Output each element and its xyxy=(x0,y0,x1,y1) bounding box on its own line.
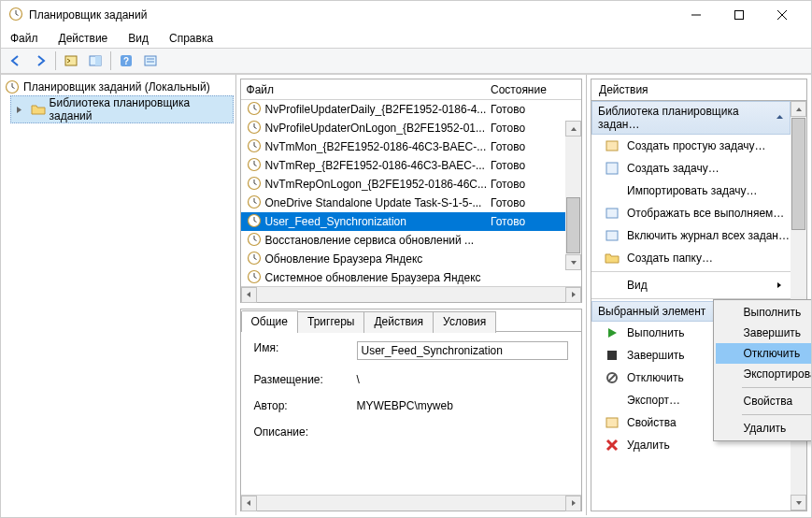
scroll-thumb[interactable] xyxy=(791,118,805,230)
context-run[interactable]: Выполнить xyxy=(716,302,812,323)
context-separator xyxy=(742,387,812,388)
task-row[interactable]: OneDrive Standalone Update Task-S-1-5-..… xyxy=(241,194,581,212)
context-properties[interactable]: Свойства xyxy=(716,391,812,411)
action-import-task[interactable]: Импортировать задачу… xyxy=(591,180,791,202)
actions-pane: Действия Библиотека планировщика задан… … xyxy=(587,75,811,515)
actions-group-library: Библиотека планировщика задан… xyxy=(591,101,791,135)
window-title: Планировщик заданий xyxy=(29,8,147,22)
task-state: Готово xyxy=(487,140,565,153)
task-row[interactable]: NvProfileUpdaterOnLogon_{B2FE1952-01...Г… xyxy=(241,119,581,137)
show-hide-action-button[interactable] xyxy=(84,50,107,72)
task-row[interactable]: Системное обновление Браузера Яндекс xyxy=(241,268,581,286)
scroll-left-icon[interactable] xyxy=(241,287,257,303)
context-disable[interactable]: Отключить xyxy=(716,343,812,364)
action-show-running[interactable]: Отображать все выполняем… xyxy=(591,202,791,224)
menu-view[interactable]: Вид xyxy=(124,30,152,47)
list-header: Файл Состояние xyxy=(241,79,581,100)
action-create-basic-task[interactable]: Создать простую задачу… xyxy=(591,135,791,157)
export-icon xyxy=(605,393,620,408)
maximize-button[interactable] xyxy=(718,1,761,29)
clock-icon xyxy=(247,194,262,212)
tab-triggers[interactable]: Триггеры xyxy=(297,311,365,333)
menu-help[interactable]: Справка xyxy=(165,30,217,47)
svg-rect-2 xyxy=(65,56,77,65)
properties-icon xyxy=(605,415,620,430)
menu-bar: Файл Действие Вид Справка xyxy=(1,29,811,48)
submenu-arrow-icon xyxy=(776,279,783,292)
tab-general[interactable]: Общие xyxy=(241,310,298,332)
scroll-down-icon[interactable] xyxy=(565,254,581,270)
scroll-down-icon[interactable] xyxy=(791,495,806,511)
svg-rect-28 xyxy=(606,418,618,427)
help-button[interactable]: ? xyxy=(115,50,137,72)
action-view-submenu[interactable]: Вид xyxy=(591,274,791,296)
tree-root[interactable]: Планировщик заданий (Локальный) xyxy=(3,79,234,95)
clock-icon xyxy=(247,213,262,231)
list-body: NvProfileUpdaterDaily_{B2FE1952-0186-4..… xyxy=(241,100,581,286)
properties-button[interactable] xyxy=(139,50,162,72)
collapse-icon[interactable] xyxy=(776,111,784,124)
task-row[interactable]: NvProfileUpdaterDaily_{B2FE1952-0186-4..… xyxy=(241,100,581,119)
close-button[interactable] xyxy=(761,1,804,29)
svg-rect-1 xyxy=(735,11,744,20)
task-row[interactable]: Обновление Браузера Яндекс xyxy=(241,250,581,268)
context-end[interactable]: Завершить xyxy=(716,323,812,343)
svg-rect-23 xyxy=(606,209,618,218)
delete-icon xyxy=(605,438,620,453)
back-button[interactable] xyxy=(5,50,27,72)
task-name: NvTmRep_{B2FE1952-0186-46C3-BAEC-... xyxy=(265,159,485,172)
details-tabs: Общие Триггеры Действия Условия xyxy=(241,309,581,332)
show-hide-console-button[interactable] xyxy=(60,50,82,72)
task-list: Файл Состояние NvProfileUpdaterDaily_{B2… xyxy=(240,79,582,303)
scroll-up-icon[interactable] xyxy=(565,121,581,137)
context-delete[interactable]: Удалить xyxy=(716,418,812,439)
scroll-thumb[interactable] xyxy=(566,197,580,253)
tab-actions[interactable]: Действия xyxy=(363,311,434,333)
stop-icon xyxy=(605,348,620,363)
play-icon xyxy=(605,325,620,340)
tree-library[interactable]: Библиотека планировщика заданий xyxy=(10,95,234,123)
scroll-left-icon[interactable] xyxy=(241,496,257,511)
task-name: NvProfileUpdaterDaily_{B2FE1952-0186-4..… xyxy=(265,103,487,116)
scroll-right-icon[interactable] xyxy=(565,496,581,511)
name-field[interactable]: User_Feed_Synchronization xyxy=(357,341,568,360)
task-state: Готово xyxy=(487,103,565,116)
action-enable-history[interactable]: Включить журнал всех задан… xyxy=(591,224,791,247)
name-label: Имя: xyxy=(254,341,357,360)
vertical-scrollbar[interactable] xyxy=(565,121,581,270)
action-new-folder[interactable]: Создать папку… xyxy=(591,247,791,269)
task-state: Готово xyxy=(487,122,565,135)
details-horizontal-scrollbar[interactable] xyxy=(241,495,581,511)
task-state: Готово xyxy=(487,196,565,209)
svg-rect-4 xyxy=(95,56,101,65)
main-area: Планировщик заданий (Локальный) Библиоте… xyxy=(1,74,811,515)
task-name: User_Feed_Synchronization xyxy=(265,215,406,228)
menu-file[interactable]: Файл xyxy=(7,30,42,47)
forward-button[interactable] xyxy=(29,50,51,72)
horizontal-scrollbar[interactable] xyxy=(241,286,581,302)
actions-group-selected-label: Выбранный элемент xyxy=(598,305,705,318)
task-row[interactable]: NvTmRepOnLogon_{B2FE1952-0186-46C...Гото… xyxy=(241,175,581,194)
menu-action[interactable]: Действие xyxy=(55,30,112,47)
toolbar: ? xyxy=(1,48,811,74)
minimize-button[interactable] xyxy=(675,1,718,29)
folder-icon xyxy=(31,102,46,117)
task-row[interactable]: NvTmMon_{B2FE1952-0186-46C3-BAEC-...Гото… xyxy=(241,137,581,156)
task-row[interactable]: Восстановление сервиса обновлений ... xyxy=(241,231,581,250)
action-create-task[interactable]: Создать задачу… xyxy=(591,157,791,180)
task-name: Системное обновление Браузера Яндекс xyxy=(265,271,481,284)
expand-icon[interactable] xyxy=(12,102,27,117)
author-value: MYWEBPC\myweb xyxy=(357,399,453,412)
col-file-header[interactable]: Файл xyxy=(241,83,487,96)
col-state-header[interactable]: Состояние xyxy=(487,83,565,96)
task-row[interactable]: User_Feed_SynchronizationГотово xyxy=(241,212,581,231)
scroll-up-icon[interactable] xyxy=(791,101,806,117)
context-export[interactable]: Экспортировать… xyxy=(716,364,812,384)
scroll-right-icon[interactable] xyxy=(565,287,581,303)
tab-conditions[interactable]: Условия xyxy=(433,311,496,333)
location-value: \ xyxy=(357,373,360,386)
svg-rect-21 xyxy=(606,141,618,151)
task-row[interactable]: NvTmRep_{B2FE1952-0186-46C3-BAEC-...Гото… xyxy=(241,156,581,175)
svg-text:?: ? xyxy=(123,56,129,66)
title-bar: Планировщик заданий xyxy=(1,1,811,29)
